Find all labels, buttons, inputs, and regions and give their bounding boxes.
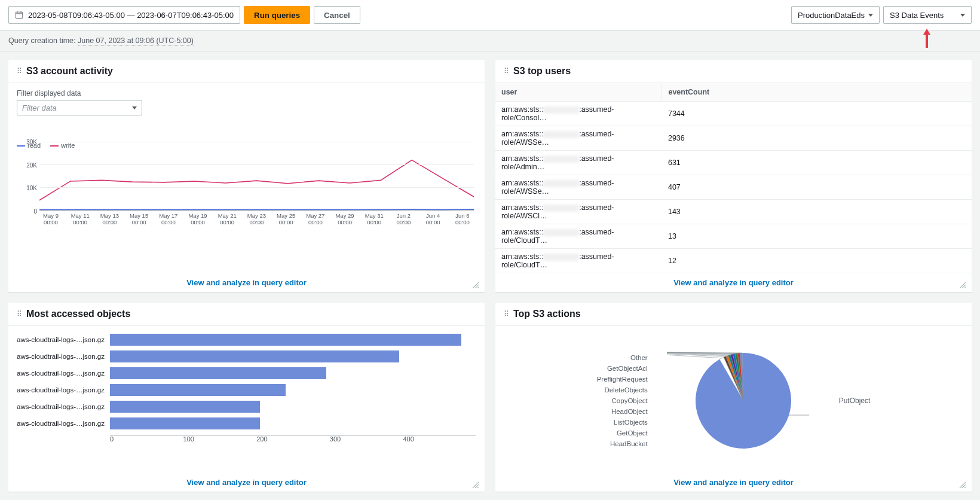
pie-label: PreflightRequest [597, 376, 648, 383]
query-time-subheader: Query creation time: June 07, 2023 at 09… [0, 31, 980, 51]
toolbar-left: 2023-05-08T09:06:43-05:00 — 2023-06-07T0… [8, 6, 360, 24]
panel-header: ⠿ Most accessed objects [8, 303, 485, 326]
panel-body: OtherGetObjectAclPreflightRequestDeleteO… [495, 326, 972, 473]
drag-handle-icon[interactable]: ⠿ [504, 67, 509, 75]
panel-title: S3 account activity [26, 66, 113, 77]
resize-handle-icon[interactable] [958, 281, 966, 288]
pie-label: HeadBucket [597, 440, 648, 447]
view-in-editor-link[interactable]: View and analyze in query editor [673, 478, 794, 487]
pie-label: GetObjectAcl [597, 365, 648, 372]
date-range-text: 2023-05-08T09:06:43-05:00 — 2023-06-07T0… [28, 11, 234, 20]
pie-label: GetObject [597, 429, 648, 437]
panel-title: S3 top users [513, 66, 571, 77]
activity-line-chart: 010K20K30K May 900:00May 1100:00May 1300… [17, 142, 476, 237]
cancel-button[interactable]: Cancel [314, 6, 360, 24]
pie-label: Other [597, 354, 648, 361]
calendar-icon [15, 11, 23, 19]
drag-handle-icon[interactable]: ⠿ [504, 310, 509, 318]
table-row[interactable]: arn:aws:sts:::assumed-role/Consol…7344 [495, 102, 972, 126]
table-row[interactable]: arn:aws:sts:::assumed-role/AWSSe…2936 [495, 126, 972, 151]
panel-title: Most accessed objects [26, 309, 130, 319]
chevron-down-icon [960, 14, 965, 17]
bar-row: aws-cloudtrail-logs-…json.gz [17, 416, 476, 431]
col-user[interactable]: user [495, 83, 662, 102]
filter-label: Filter displayed data [17, 89, 476, 97]
pie-label: HeadObject [597, 408, 648, 415]
col-eventcount[interactable]: eventCount [662, 83, 972, 102]
most-accessed-bar-chart: aws-cloudtrail-logs-…json.gzaws-cloudtra… [17, 332, 476, 452]
filter-placeholder: Filter data [22, 103, 57, 112]
panel-header: ⠿ S3 account activity [8, 60, 485, 83]
filter-data-select[interactable]: Filter data [17, 100, 142, 115]
panel-most-accessed: ⠿ Most accessed objects aws-cloudtrail-l… [8, 303, 485, 492]
bar-row: aws-cloudtrail-logs-…json.gz [17, 382, 476, 398]
panel-body: aws-cloudtrail-logs-…json.gzaws-cloudtra… [8, 326, 485, 473]
top-actions-pie-chart: OtherGetObjectAclPreflightRequestDeleteO… [504, 332, 963, 470]
date-range-picker[interactable]: 2023-05-08T09:06:43-05:00 — 2023-06-07T0… [8, 6, 240, 24]
panel-footer: View and analyze in query editor [495, 273, 972, 292]
bar-row: aws-cloudtrail-logs-…json.gz [17, 349, 476, 364]
table-row[interactable]: arn:aws:sts:::assumed-role/CloudT…13 [495, 224, 972, 249]
view-in-editor-link[interactable]: View and analyze in query editor [186, 478, 307, 487]
panel-header: ⠿ S3 top users [495, 60, 972, 83]
event-type-select[interactable]: S3 Data Events [883, 6, 972, 24]
panel-body: user eventCount arn:aws:sts:::assumed-ro… [495, 83, 972, 273]
resize-handle-icon[interactable] [958, 481, 966, 488]
bar-row: aws-cloudtrail-logs-…json.gz [17, 332, 476, 347]
panel-header: ⠿ Top S3 actions [495, 303, 972, 326]
drag-handle-icon[interactable]: ⠿ [17, 310, 22, 318]
panel-footer: View and analyze in query editor [8, 473, 485, 492]
top-toolbar: 2023-05-08T09:06:43-05:00 — 2023-06-07T0… [0, 0, 980, 31]
pie-label: CopyObject [597, 397, 648, 404]
table-row[interactable]: arn:aws:sts:::assumed-role/AWSCl…143 [495, 200, 972, 224]
data-source-value: ProductionDataEds [798, 11, 865, 20]
table-row[interactable]: arn:aws:sts:::assumed-role/AWSSe…407 [495, 175, 972, 200]
query-time-value: June 07, 2023 at 09:06 (UTC-5:00) [78, 36, 194, 45]
plot-area [39, 142, 474, 211]
chevron-down-icon [132, 106, 137, 109]
panel-footer: View and analyze in query editor [495, 473, 972, 492]
x-axis: May 900:00May 1100:00May 1300:00May 1500… [39, 212, 474, 226]
table-row[interactable]: arn:aws:sts:::assumed-role/Admin…631 [495, 151, 972, 175]
panel-footer: View and analyze in query editor [8, 273, 485, 292]
chevron-down-icon [868, 14, 873, 17]
svg-rect-0 [16, 12, 22, 19]
drag-handle-icon[interactable]: ⠿ [17, 67, 22, 75]
panel-body: Filter displayed data Filter data 010K20… [8, 83, 485, 273]
pie-svg [666, 335, 821, 467]
run-queries-button[interactable]: Run queries [244, 6, 310, 24]
pie-label: ListObjects [597, 419, 648, 426]
panel-top-actions: ⠿ Top S3 actions OtherGetObjectAclPrefli… [495, 303, 972, 492]
query-time-prefix: Query creation time: [8, 36, 78, 45]
x-axis: 0100200300400 [110, 435, 476, 443]
panel-s3-activity: ⠿ S3 account activity Filter displayed d… [8, 60, 485, 292]
toolbar-right: ProductionDataEds S3 Data Events [791, 6, 972, 24]
pie-label: DeleteObjects [597, 386, 648, 394]
view-in-editor-link[interactable]: View and analyze in query editor [186, 278, 307, 287]
table-header-row: user eventCount [495, 83, 972, 102]
pie-labels: OtherGetObjectAclPreflightRequestDeleteO… [597, 354, 648, 447]
top-users-table: user eventCount arn:aws:sts:::assumed-ro… [495, 83, 972, 273]
resize-handle-icon[interactable] [471, 281, 479, 288]
view-in-editor-link[interactable]: View and analyze in query editor [673, 278, 794, 287]
dashboard-grid: ⠿ S3 account activity Filter displayed d… [0, 51, 980, 500]
bar-row: aws-cloudtrail-logs-…json.gz [17, 399, 476, 414]
annotation-arrow-icon [921, 28, 932, 50]
data-source-select[interactable]: ProductionDataEds [791, 6, 880, 24]
table-row[interactable]: arn:aws:sts:::assumed-role/CloudT…12 [495, 249, 972, 273]
bar-row: aws-cloudtrail-logs-…json.gz [17, 365, 476, 381]
resize-handle-icon[interactable] [471, 481, 479, 488]
event-type-value: S3 Data Events [890, 11, 944, 20]
panel-top-users: ⠿ S3 top users user eventCount arn:aws:s… [495, 60, 972, 292]
panel-title: Top S3 actions [513, 309, 581, 319]
y-axis: 010K20K30K [17, 142, 37, 211]
pie-main-label: PutObject [839, 397, 871, 405]
